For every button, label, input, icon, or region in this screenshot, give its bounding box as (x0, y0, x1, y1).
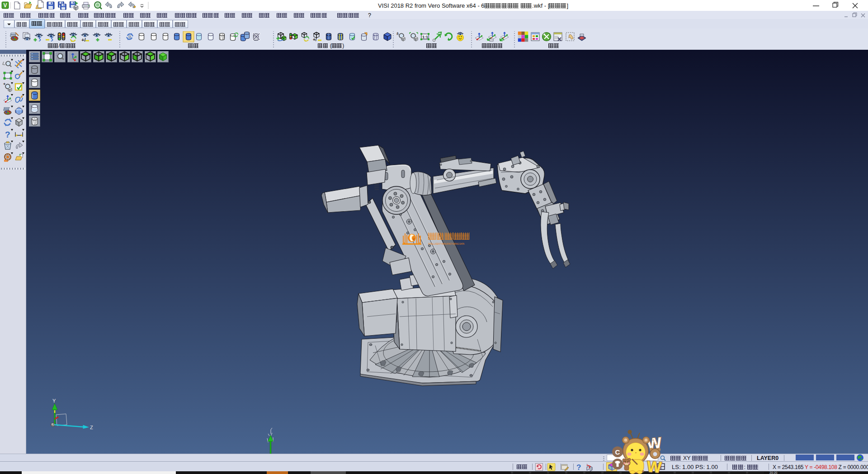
svg-text:?: ? (576, 463, 581, 471)
svg-text:+: + (3, 82, 5, 86)
svg-text:Z: Z (90, 425, 93, 430)
svg-text:C: C (615, 448, 620, 456)
svg-text:+/: +/ (313, 37, 317, 42)
svg-text:W: W (646, 458, 662, 474)
svg-text:Y: Y (52, 398, 56, 403)
svg-text:+/: +/ (81, 37, 85, 43)
svg-text:±: ± (396, 31, 399, 36)
svg-text:1:1: 1:1 (422, 35, 428, 39)
svg-text:?: ? (5, 130, 10, 139)
svg-text:V: V (3, 2, 7, 9)
